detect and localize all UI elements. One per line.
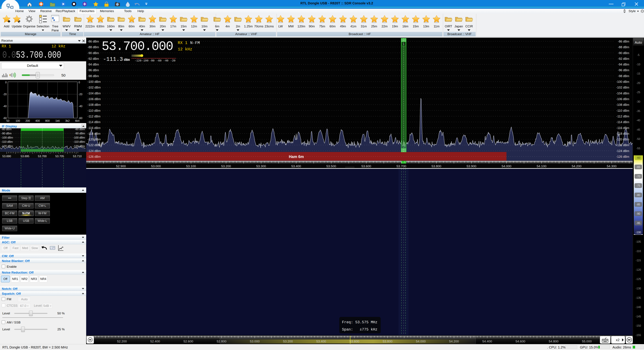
svg-text:-108 dBm: -108 dBm [616, 103, 629, 106]
svg-text:-116 dBm: -116 dBm [88, 126, 100, 130]
svg-text:-126 dBm: -126 dBm [616, 155, 629, 158]
svg-text:-92 dBm: -92 dBm [618, 57, 629, 60]
svg-text:-60: -60 [3, 117, 7, 120]
svg-text:-40: -40 [3, 105, 7, 108]
svg-text:-112 dBm: -112 dBm [88, 115, 100, 118]
svg-text:-102 dBm: -102 dBm [88, 86, 100, 89]
svg-text:54.600: 54.600 [516, 339, 525, 343]
svg-text:400: 400 [36, 119, 40, 122]
svg-text:53.700.000: 53.700.000 [102, 39, 174, 54]
svg-text:-35: -35 [636, 110, 640, 112]
svg-text:-108 dBm: -108 dBm [88, 103, 100, 106]
svg-text:54.000: 54.000 [416, 339, 426, 343]
svg-text:-110: -110 [636, 250, 641, 253]
svg-text:-65: -65 [636, 165, 640, 168]
svg-text:-106 dBm: -106 dBm [88, 97, 100, 101]
svg-text:-25: -25 [636, 91, 640, 94]
svg-text:54.300: 54.300 [607, 164, 616, 168]
svg-text:53.000: 53.000 [250, 339, 260, 343]
svg-text:-94 dBm: -94 dBm [88, 63, 99, 66]
svg-text:53.000: 53.000 [151, 164, 161, 168]
svg-text:-115: -115 [636, 259, 641, 262]
svg-text:-92 dBm: -92 dBm [88, 57, 99, 60]
svg-text:53.900: 53.900 [466, 164, 476, 168]
svg-text:12 kHz: 12 kHz [178, 47, 192, 52]
svg-text:-5: -5 [637, 54, 640, 56]
svg-text:53.710: 53.710 [73, 155, 82, 158]
svg-text:-105: -105 [636, 240, 641, 243]
svg-text:-116 dBm: -116 dBm [616, 126, 629, 130]
svg-text:-100: -100 [636, 231, 641, 234]
svg-text:52.800: 52.800 [217, 339, 226, 343]
svg-text:-120 dBm: -120 dBm [73, 145, 85, 148]
svg-text:N-FM: N-FM [190, 41, 200, 45]
svg-text:0: 0 [78, 81, 80, 84]
svg-text:55.000: 55.000 [582, 339, 592, 343]
svg-text:53.700: 53.700 [38, 155, 46, 158]
svg-text:-155: -155 [636, 334, 641, 336]
svg-text:-30: -30 [636, 100, 640, 103]
svg-text:1k6: 1k6 [55, 119, 60, 122]
svg-text:-94 dBm: -94 dBm [618, 63, 629, 66]
svg-text:-40: -40 [163, 59, 168, 62]
svg-text:-88 dBm: -88 dBm [88, 46, 99, 49]
svg-text:53.100: 53.100 [186, 164, 196, 168]
svg-text:-122 dBm: -122 dBm [88, 143, 100, 147]
svg-text:3k2: 3k2 [65, 119, 70, 122]
svg-text:53.600: 53.600 [350, 339, 359, 343]
svg-text:-90 dBm: -90 dBm [75, 132, 85, 135]
svg-text:-122 dBm: -122 dBm [616, 143, 629, 147]
svg-text:-114 dBm: -114 dBm [88, 120, 100, 124]
svg-text:-130: -130 [636, 287, 641, 290]
svg-text:52.600: 52.600 [184, 339, 193, 343]
svg-text:-90 dBm: -90 dBm [1, 132, 12, 135]
svg-text:0: 0 [5, 81, 7, 84]
svg-text:Style: Style [628, 9, 636, 13]
svg-text:52.200: 52.200 [117, 339, 127, 343]
svg-text:-80: -80 [636, 194, 640, 197]
svg-text:-110 dBm: -110 dBm [74, 140, 85, 143]
svg-text:50: 50 [6, 119, 10, 122]
svg-text:-100: -100 [142, 59, 148, 62]
svg-text:53.800: 53.800 [432, 164, 441, 168]
svg-text:-88 dBm: -88 dBm [618, 46, 629, 49]
svg-text:-120: -120 [135, 59, 142, 62]
svg-text:54.200: 54.200 [449, 339, 459, 343]
svg-text:-60: -60 [78, 117, 82, 120]
svg-text:-50: -50 [636, 137, 640, 140]
svg-text:54.100: 54.100 [537, 164, 546, 168]
svg-text:-125: -125 [636, 278, 641, 280]
svg-text:-110 dBm: -110 dBm [616, 109, 629, 112]
svg-text:54.000: 54.000 [502, 164, 511, 168]
svg-text:-60: -60 [636, 156, 640, 159]
svg-text:53.700: 53.700 [396, 164, 406, 168]
svg-text:-126 dBm: -126 dBm [88, 155, 100, 158]
svg-text:53.695: 53.695 [21, 155, 29, 158]
svg-text:-100 dBm: -100 dBm [88, 80, 100, 83]
svg-text:RX 1: RX 1 [178, 41, 188, 45]
svg-text:-96 dBm: -96 dBm [618, 69, 629, 72]
svg-text:53.300: 53.300 [256, 164, 266, 168]
svg-text:53.800: 53.800 [383, 339, 392, 343]
svg-text:-104 dBm: -104 dBm [88, 92, 100, 95]
svg-text:-70: -70 [636, 175, 640, 178]
svg-text:54.800: 54.800 [549, 339, 558, 343]
svg-text:-111.3: -111.3 [103, 56, 123, 63]
svg-text:-20: -20 [636, 82, 640, 84]
svg-text:54.200: 54.200 [572, 164, 582, 168]
svg-text:-118 dBm: -118 dBm [616, 132, 629, 135]
svg-text:53.500: 53.500 [326, 164, 336, 168]
svg-text:-110 dBm: -110 dBm [88, 109, 100, 112]
svg-text:-95: -95 [636, 222, 640, 225]
svg-text:-90 dBm: -90 dBm [618, 51, 629, 55]
svg-text:-86 dBm: -86 dBm [618, 40, 629, 43]
svg-text:Ham 6m: Ham 6m [289, 154, 304, 159]
svg-text:-112 dBm: -112 dBm [616, 115, 629, 118]
svg-text:-80 dBm: -80 dBm [75, 128, 85, 131]
svg-text:53.705: 53.705 [55, 155, 64, 158]
svg-text:-114 dBm: -114 dBm [616, 120, 629, 124]
svg-text:-104 dBm: -104 dBm [616, 92, 629, 95]
svg-text:-118 dBm: -118 dBm [88, 132, 100, 135]
svg-text:-90: -90 [636, 212, 640, 215]
svg-text:53.600: 53.600 [362, 164, 371, 168]
